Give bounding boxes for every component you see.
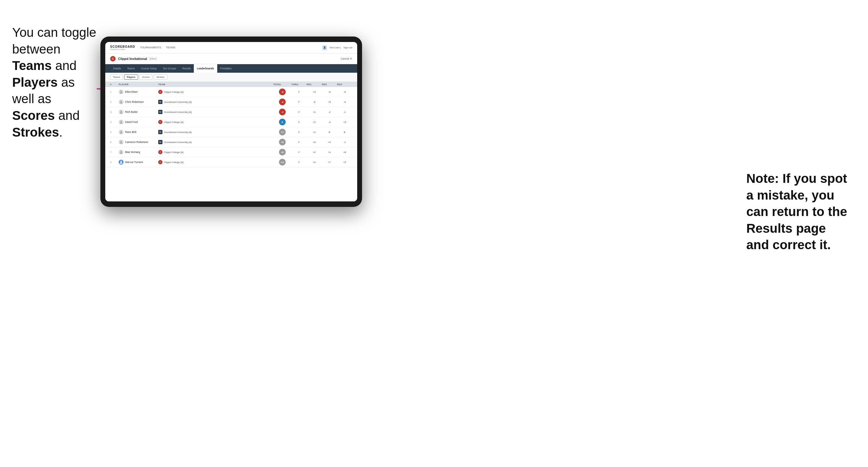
rd1-4: +1 xyxy=(307,121,322,124)
rd3-5: E xyxy=(337,131,352,133)
player-avatar-6 xyxy=(119,139,124,145)
rd2-3: -2 xyxy=(322,111,337,114)
player-avatar-3 xyxy=(119,110,124,115)
tab-leaderboards[interactable]: Leaderboards xyxy=(194,64,217,73)
rd2-2: +5 xyxy=(322,101,337,103)
total-badge-5: +1 xyxy=(273,129,291,135)
logo-subtitle: Powered by clippd xyxy=(110,49,135,50)
nav-teams[interactable]: TEAMS xyxy=(166,45,176,51)
total-badge-4: E xyxy=(273,119,291,125)
toggle-teams[interactable]: Teams xyxy=(110,74,123,80)
team-cell-2: SU Scoreboard University [A] xyxy=(158,100,213,104)
svg-point-5 xyxy=(121,130,122,132)
total-badge-1: -8 xyxy=(273,89,291,95)
rd1-5: +1 xyxy=(307,131,322,133)
cancel-button[interactable]: Cancel ✕ xyxy=(340,57,352,60)
thru-6: F xyxy=(291,141,307,144)
total-badge-3: -2 xyxy=(273,108,291,115)
player-cell-2: Chris Robertson xyxy=(119,99,158,104)
tab-results[interactable]: Results xyxy=(179,64,194,73)
row-num-8: 8 xyxy=(110,161,119,164)
logo-title: SCOREBOARD xyxy=(110,45,135,49)
left-annotation: You can toggle between Teams and Players… xyxy=(12,24,97,141)
team-name-8: Clippd College [A] xyxy=(164,161,183,164)
team-cell-7: C Clippd College [A] xyxy=(158,150,213,154)
total-badge-2: -4 xyxy=(273,99,291,105)
table-row: 8 Marcus Turners C Clippd College [A] +1… xyxy=(105,157,357,167)
table-row: 7 Blair McHarg C Clippd College [A] +8 F… xyxy=(105,147,357,157)
team-name-4: Clippd College [A] xyxy=(164,121,183,124)
player-cell-4: David Ford xyxy=(119,120,158,124)
rd3-8: +2 xyxy=(337,161,352,164)
nav-right: 👤 Test User | Sign out xyxy=(322,45,352,50)
toggle-strokes[interactable]: Strokes xyxy=(154,74,167,80)
col-total: TOTAL xyxy=(273,83,291,86)
rd3-7: +6 xyxy=(337,151,352,154)
row-num-6: 6 xyxy=(110,141,119,144)
player-avatar-5 xyxy=(119,130,124,134)
sub-nav: Details Teams Course Setup Tee Groups Re… xyxy=(105,64,357,73)
col-rd2: RD2 xyxy=(322,83,337,86)
signout-link[interactable]: Sign out xyxy=(343,46,352,49)
row-num-1: 1 xyxy=(110,91,119,93)
row-num-7: 7 xyxy=(110,151,119,154)
player-name-3: Rich Butler xyxy=(125,111,138,114)
player-name-7: Blair McHarg xyxy=(125,151,140,154)
table-header: # PLAYER TEAM TOTAL THRU RD1 RD2 RD3 xyxy=(105,82,357,87)
player-name-6: Cameron Robertson xyxy=(125,141,149,144)
row-num-5: 5 xyxy=(110,131,119,133)
team-cell-4: C Clippd College [A] xyxy=(158,120,213,124)
team-logo-3: SU xyxy=(158,110,162,114)
team-logo-6: SU xyxy=(158,140,162,144)
rd1-1: +3 xyxy=(307,91,322,93)
rd2-1: -6 xyxy=(322,91,337,93)
col-rd3: RD3 xyxy=(337,83,352,86)
svg-point-1 xyxy=(121,90,122,92)
player-name-5: Rees Britt xyxy=(125,130,136,133)
tab-tee-groups[interactable]: Tee Groups xyxy=(160,64,179,73)
row-num-2: 2 xyxy=(110,101,119,103)
thru-2: F xyxy=(291,101,307,103)
tab-teams[interactable]: Teams xyxy=(124,64,138,73)
col-thru: THRU xyxy=(291,83,307,86)
rd3-2: -4 xyxy=(337,101,352,103)
team-cell-3: SU Scoreboard University [A] xyxy=(158,110,213,114)
total-badge-7: +8 xyxy=(273,149,291,155)
player-avatar-2 xyxy=(119,99,124,104)
total-badge-6: +6 xyxy=(273,139,291,146)
rd3-1: -5 xyxy=(337,91,352,93)
col-num: # xyxy=(110,83,119,86)
rd1-6: +5 xyxy=(307,141,322,144)
nav-tournaments[interactable]: TOURNAMENTS xyxy=(140,45,161,51)
right-annotation: Note: If you spot a mistake, you can ret… xyxy=(746,170,850,253)
svg-point-4 xyxy=(121,121,122,122)
rd3-4: +3 xyxy=(337,121,352,124)
col-team: TEAM xyxy=(158,83,213,86)
svg-point-6 xyxy=(121,141,122,142)
table-row: 1 Elliot Ebert C Clippd College [A] -8 F… xyxy=(105,87,357,97)
thru-5: F xyxy=(291,131,307,133)
rd1-8: +2 xyxy=(307,161,322,164)
team-name-6: Scoreboard University [A] xyxy=(164,141,192,144)
team-name-1: Clippd College [A] xyxy=(164,91,183,93)
team-cell-6: SU Scoreboard University [A] xyxy=(158,140,213,144)
thru-7: F xyxy=(291,151,307,154)
team-logo-7: C xyxy=(158,150,162,154)
col-rd1: RD1 xyxy=(307,83,322,86)
tab-course-setup[interactable]: Course Setup xyxy=(138,64,160,73)
player-avatar-1 xyxy=(119,89,124,94)
scoreboard-logo: SCOREBOARD Powered by clippd xyxy=(110,45,135,50)
thru-1: F xyxy=(291,91,307,93)
rd2-4: -4 xyxy=(322,121,337,124)
tab-details[interactable]: Details xyxy=(110,64,124,73)
thru-8: F xyxy=(291,161,307,164)
table-row: 2 Chris Robertson SU Scoreboard Universi… xyxy=(105,97,357,107)
tab-printables[interactable]: Printables xyxy=(217,64,235,73)
table-row: 6 Cameron Robertson SU Scoreboard Univer… xyxy=(105,137,357,147)
user-icon: 👤 xyxy=(322,45,327,50)
toggle-scores[interactable]: Scores xyxy=(140,74,152,80)
player-cell-3: Rich Butler xyxy=(119,110,158,115)
toggle-players[interactable]: Players xyxy=(124,74,138,80)
tablet-screen: SCOREBOARD Powered by clippd TOURNAMENTS… xyxy=(105,42,357,201)
rd1-7: +2 xyxy=(307,151,322,154)
